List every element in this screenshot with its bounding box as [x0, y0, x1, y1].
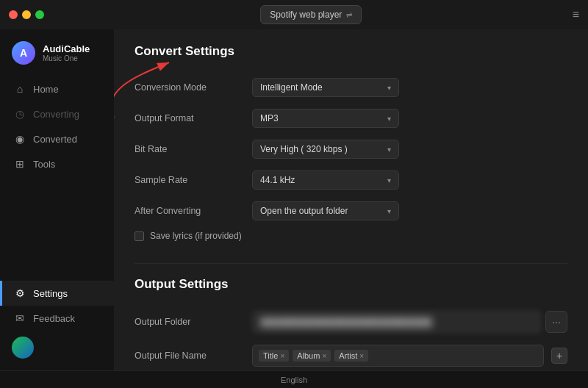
app-name: AudiCable — [43, 43, 90, 54]
app-logo: A AudiCable Music One — [0, 35, 114, 76]
divider-1 — [135, 263, 567, 264]
output-folder-input[interactable]: ██████████████████████████████ — [252, 311, 541, 333]
chevron-down-icon: ▾ — [387, 115, 391, 123]
sidebar-item-feedback[interactable]: ✉ Feedback — [0, 306, 114, 331]
converting-icon: ◷ — [14, 108, 26, 120]
conversion-mode-row: Conversion Mode Intelligent Mode ▾ — [135, 72, 567, 103]
user-avatar-section[interactable] — [0, 331, 114, 364]
save-lyrics-row: Save lyrics (if provided) — [135, 226, 567, 245]
conversion-mode-label: Conversion Mode — [135, 82, 252, 93]
sidebar-item-home-label: Home — [33, 84, 59, 95]
output-format-label: Output Format — [135, 113, 252, 123]
tag-title: Title × — [259, 350, 289, 362]
sidebar: A AudiCable Music One ⌂ Home ◷ Convertin… — [0, 29, 114, 370]
sidebar-item-home[interactable]: ⌂ Home — [0, 76, 114, 101]
after-converting-control: Open the output folder ▾ — [252, 201, 567, 220]
converted-icon: ◉ — [14, 133, 26, 145]
output-filename-row: Output File Name Title × Album × Artist — [135, 339, 567, 370]
app-subtitle: Music One — [43, 54, 90, 62]
sidebar-nav: ⌂ Home ◷ Converting ◉ Converted ⊞ Tools … — [0, 76, 114, 364]
content-area: Convert Settings Conversion Mode Intelli… — [114, 29, 588, 370]
traffic-lights — [9, 10, 44, 19]
chevron-down-icon: ▾ — [387, 146, 391, 154]
source-tab[interactable]: Spotify web player ⇌ — [260, 5, 362, 24]
output-settings-grid: Output Folder ██████████████████████████… — [135, 305, 567, 370]
dots-icon: ··· — [552, 316, 561, 328]
avatar: A — [12, 41, 35, 65]
output-format-select[interactable]: MP3 ▾ — [252, 109, 399, 128]
sidebar-item-tools[interactable]: ⊞ Tools — [0, 151, 114, 176]
filename-tags-input[interactable]: Title × Album × Artist × — [252, 345, 544, 367]
sidebar-item-converting[interactable]: ◷ Converting — [0, 101, 114, 126]
minimize-button[interactable] — [22, 10, 31, 19]
sample-rate-label: Sample Rate — [135, 175, 252, 185]
sidebar-item-converting-label: Converting — [33, 109, 79, 120]
chevron-down-icon: ▾ — [387, 207, 391, 215]
bit-rate-label: Bit Rate — [135, 144, 252, 154]
remove-album-tag[interactable]: × — [322, 352, 326, 360]
bottom-bar: English — [0, 370, 588, 388]
bit-rate-control: Very High ( 320 kbps ) ▾ — [252, 140, 567, 159]
remove-title-tag[interactable]: × — [280, 352, 284, 360]
conversion-mode-value: Intelligent Mode — [260, 82, 323, 93]
sidebar-item-converted-label: Converted — [33, 134, 77, 145]
after-converting-select[interactable]: Open the output folder ▾ — [252, 201, 399, 220]
logo-text: AudiCable Music One — [43, 43, 90, 62]
sidebar-item-settings-label: Settings — [33, 288, 68, 299]
user-avatar — [12, 337, 34, 359]
tools-icon: ⊞ — [14, 158, 26, 170]
output-filename-label: Output File Name — [135, 351, 252, 361]
sidebar-item-feedback-label: Feedback — [33, 313, 75, 324]
bit-rate-select[interactable]: Very High ( 320 kbps ) ▾ — [252, 140, 399, 159]
tag-artist: Artist × — [334, 350, 368, 362]
output-folder-label: Output Folder — [135, 317, 252, 327]
tag-album: Album × — [293, 350, 331, 362]
sample-rate-control: 44.1 kHz ▾ — [252, 170, 567, 190]
source-selector-area: Spotify web player ⇌ — [56, 5, 567, 24]
settings-icon: ⚙ — [14, 287, 26, 299]
sidebar-item-tools-label: Tools — [33, 159, 55, 170]
save-lyrics-label: Save lyrics (if provided) — [150, 231, 242, 241]
output-filename-control: Title × Album × Artist × + — [252, 345, 567, 367]
sidebar-item-converted[interactable]: ◉ Converted — [0, 126, 114, 151]
sidebar-item-settings[interactable]: ⚙ Settings — [0, 281, 114, 306]
output-folder-row: Output Folder ██████████████████████████… — [135, 305, 567, 339]
bit-rate-row: Bit Rate Very High ( 320 kbps ) ▾ — [135, 134, 567, 165]
after-converting-value: Open the output folder — [260, 206, 348, 216]
fullscreen-button[interactable] — [35, 10, 44, 19]
convert-settings-title: Convert Settings — [135, 44, 567, 59]
add-tag-button[interactable]: + — [551, 348, 567, 364]
title-bar: Spotify web player ⇌ ≡ — [0, 0, 588, 29]
conversion-mode-control: Intelligent Mode ▾ — [252, 78, 567, 97]
main-layout: A AudiCable Music One ⌂ Home ◷ Convertin… — [0, 29, 588, 370]
source-tab-label: Spotify web player — [270, 10, 342, 20]
after-converting-row: After Converting Open the output folder … — [135, 195, 567, 226]
after-converting-label: After Converting — [135, 206, 252, 216]
convert-settings-grid: Conversion Mode Intelligent Mode ▾ Outpu… — [135, 72, 567, 245]
tune-icon: ⇌ — [346, 11, 352, 19]
home-icon: ⌂ — [14, 83, 26, 95]
sample-rate-value: 44.1 kHz — [260, 175, 295, 185]
folder-browse-button[interactable]: ··· — [545, 311, 567, 333]
save-lyrics-checkbox[interactable] — [135, 231, 144, 241]
close-button[interactable] — [9, 10, 18, 19]
sample-rate-row: Sample Rate 44.1 kHz ▾ — [135, 165, 567, 195]
output-format-control: MP3 ▾ — [252, 109, 567, 128]
output-format-value: MP3 — [260, 113, 279, 123]
chevron-down-icon: ▾ — [387, 84, 391, 92]
output-folder-control: ██████████████████████████████ ··· — [252, 311, 567, 333]
menu-icon[interactable]: ≡ — [573, 8, 579, 21]
feedback-icon: ✉ — [14, 312, 26, 324]
conversion-mode-select[interactable]: Intelligent Mode ▾ — [252, 78, 399, 97]
remove-artist-tag[interactable]: × — [359, 352, 364, 360]
language-label: English — [281, 376, 307, 384]
bit-rate-value: Very High ( 320 kbps ) — [260, 144, 348, 154]
output-settings-title: Output Settings — [135, 277, 567, 292]
chevron-down-icon: ▾ — [387, 176, 391, 184]
sample-rate-select[interactable]: 44.1 kHz ▾ — [252, 170, 399, 190]
output-format-row: Output Format MP3 ▾ — [135, 103, 567, 134]
